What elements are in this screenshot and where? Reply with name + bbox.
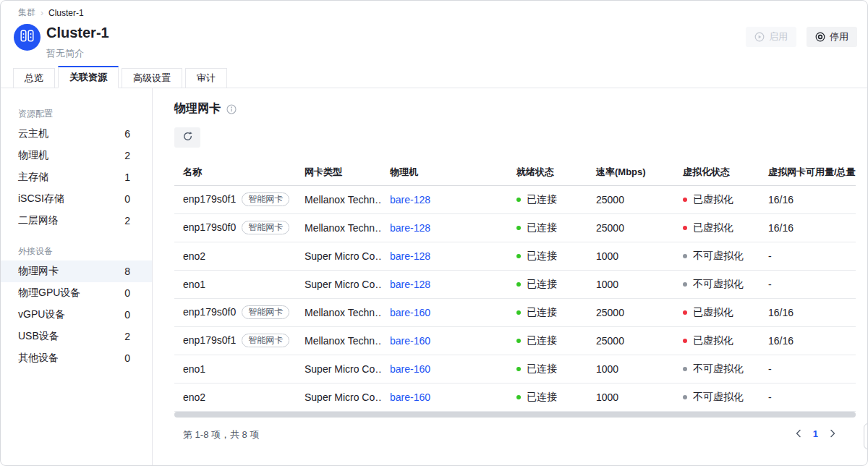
nic-name: enp179s0f0 bbox=[183, 306, 236, 318]
nic-name: eno1 bbox=[183, 279, 205, 290]
sidebar-item-count: 0 bbox=[124, 193, 130, 205]
smart-nic-badge: 智能网卡 bbox=[242, 221, 289, 234]
sidebar-item[interactable]: 二层网络2 bbox=[1, 210, 152, 232]
host-link[interactable]: bare-160 bbox=[390, 307, 430, 318]
ready-status-label: 已连接 bbox=[527, 391, 557, 402]
table-row: eno2Super Micro Co…bare-128已连接1000不可虚拟化- bbox=[174, 242, 856, 270]
current-page[interactable]: 1 bbox=[813, 428, 818, 439]
host-link[interactable]: bare-160 bbox=[390, 391, 430, 403]
nic-name-cell: eno1 bbox=[174, 355, 296, 383]
sidebar-item[interactable]: 其他设备0 bbox=[1, 347, 152, 369]
next-page-icon[interactable] bbox=[828, 429, 837, 438]
enable-button[interactable]: 启用 bbox=[746, 27, 796, 47]
pagination-summary: 第 1-8 项，共 8 项 bbox=[183, 428, 259, 441]
tab-3[interactable]: 审计 bbox=[185, 68, 227, 88]
quota-cell: - bbox=[760, 383, 856, 411]
quota-cell: - bbox=[760, 242, 856, 270]
virt-status-cell: 不可虚拟化 bbox=[674, 270, 760, 298]
status-dot bbox=[516, 310, 521, 315]
column-header: 虚拟网卡可用量/总量 bbox=[760, 159, 856, 185]
sidebar-item[interactable]: iSCSI存储0 bbox=[1, 188, 152, 210]
host-link[interactable]: bare-160 bbox=[390, 363, 430, 375]
status-dot bbox=[516, 367, 521, 371]
nic-name-cell: eno2 bbox=[174, 383, 296, 411]
ready-status-label: 已连接 bbox=[527, 250, 557, 261]
nic-name-cell: eno2 bbox=[174, 242, 296, 270]
disable-button-label: 停用 bbox=[830, 30, 848, 43]
quota-cell: - bbox=[760, 355, 856, 383]
sidebar-item[interactable]: 主存储1 bbox=[1, 166, 152, 188]
sidebar-item-count: 6 bbox=[124, 128, 130, 140]
section-title: 物理网卡 bbox=[174, 101, 221, 116]
quota-cell: 16/16 bbox=[760, 326, 856, 355]
sidebar-item[interactable]: USB设备2 bbox=[1, 326, 152, 347]
partial-control[interactable] bbox=[864, 423, 868, 449]
sidebar-item[interactable]: 物理GPU设备0 bbox=[1, 282, 152, 304]
virt-status-cell: 已虚拟化 bbox=[674, 326, 760, 355]
host-link[interactable]: bare-128 bbox=[390, 279, 430, 290]
tab-1[interactable]: 关联资源 bbox=[58, 66, 119, 88]
host-link[interactable]: bare-128 bbox=[390, 194, 430, 206]
virt-status-cell: 不可虚拟化 bbox=[674, 242, 760, 270]
host-link[interactable]: bare-128 bbox=[390, 250, 430, 262]
ready-status-label: 已连接 bbox=[527, 363, 557, 374]
status-dot bbox=[683, 254, 687, 258]
ready-status-cell: 已连接 bbox=[508, 326, 587, 355]
virt-status-label: 已虚拟化 bbox=[693, 193, 733, 205]
virt-status-label: 已虚拟化 bbox=[693, 334, 733, 346]
sidebar-item[interactable]: 物理机2 bbox=[1, 145, 152, 166]
tab-0[interactable]: 总览 bbox=[13, 68, 55, 88]
nic-name-cell: enp179s0f1智能网卡 bbox=[174, 185, 296, 213]
table-row: eno1Super Micro Co…bare-128已连接1000不可虚拟化- bbox=[174, 270, 856, 298]
play-circle-icon bbox=[754, 32, 765, 42]
virt-status-label: 不可虚拟化 bbox=[693, 250, 744, 261]
virt-status-label: 不可虚拟化 bbox=[693, 363, 744, 374]
refresh-icon bbox=[182, 131, 193, 144]
sidebar-item-count: 8 bbox=[124, 266, 130, 277]
sidebar-item[interactable]: 物理网卡8 bbox=[1, 260, 152, 282]
tab-2[interactable]: 高级设置 bbox=[122, 68, 182, 88]
refresh-button[interactable] bbox=[174, 127, 200, 148]
column-header: 速率(Mbps) bbox=[587, 159, 674, 185]
status-dot bbox=[516, 226, 521, 230]
disable-button[interactable]: 停用 bbox=[807, 27, 857, 47]
nic-type-cell: Super Micro Co… bbox=[296, 242, 381, 270]
table-row: eno1Super Micro Co…bare-160已连接1000不可虚拟化- bbox=[174, 355, 856, 383]
sidebar-section-1: 外接设备物理网卡8物理GPU设备0vGPU设备0USB设备2其他设备0 bbox=[1, 242, 152, 369]
column-header: 名称 bbox=[174, 159, 296, 185]
sidebar-item[interactable]: 云主机6 bbox=[1, 123, 152, 145]
sidebar-item[interactable]: vGPU设备0 bbox=[1, 304, 152, 326]
prev-page-icon[interactable] bbox=[794, 429, 803, 438]
virt-status-cell: 已虚拟化 bbox=[674, 185, 760, 213]
quota-cell: 16/16 bbox=[760, 185, 856, 213]
status-dot bbox=[683, 310, 687, 315]
ready-status-label: 已连接 bbox=[527, 193, 557, 205]
table-footer: 第 1-8 项，共 8 项 1 bbox=[174, 418, 856, 466]
speed-cell: 1000 bbox=[587, 383, 674, 411]
nic-name: enp179s0f1 bbox=[183, 193, 236, 205]
host-link[interactable]: bare-160 bbox=[390, 335, 430, 347]
status-dot bbox=[683, 198, 687, 202]
horizontal-scrollbar[interactable] bbox=[174, 412, 856, 418]
speed-cell: 1000 bbox=[587, 355, 674, 383]
table-header-row: 名称网卡类型物理机就绪状态速率(Mbps)虚拟化状态虚拟网卡可用量/总量 bbox=[174, 159, 856, 185]
breadcrumb-clusters-link[interactable]: 集群 bbox=[18, 7, 35, 19]
ready-status-cell: 已连接 bbox=[508, 355, 587, 383]
speed-cell: 25000 bbox=[587, 298, 674, 326]
host-cell: bare-160 bbox=[381, 298, 508, 326]
nic-type-cell: Super Micro Co… bbox=[296, 383, 381, 411]
virt-status-cell: 不可虚拟化 bbox=[674, 383, 760, 411]
status-dot bbox=[516, 395, 521, 399]
info-icon[interactable] bbox=[226, 104, 237, 114]
sidebar-item-label: 其他设备 bbox=[18, 352, 59, 365]
nic-name: enp179s0f1 bbox=[183, 334, 236, 346]
sidebar-item-count: 2 bbox=[124, 215, 130, 226]
sidebar-item-label: iSCSI存储 bbox=[18, 192, 64, 206]
ready-status-label: 已连接 bbox=[527, 278, 557, 289]
host-link[interactable]: bare-128 bbox=[390, 222, 430, 234]
stop-circle-icon bbox=[815, 32, 825, 42]
sidebar-item-label: 物理GPU设备 bbox=[18, 287, 80, 300]
sidebar-item-label: 云主机 bbox=[18, 127, 48, 140]
speed-cell: 25000 bbox=[587, 185, 674, 213]
host-cell: bare-160 bbox=[381, 355, 508, 383]
